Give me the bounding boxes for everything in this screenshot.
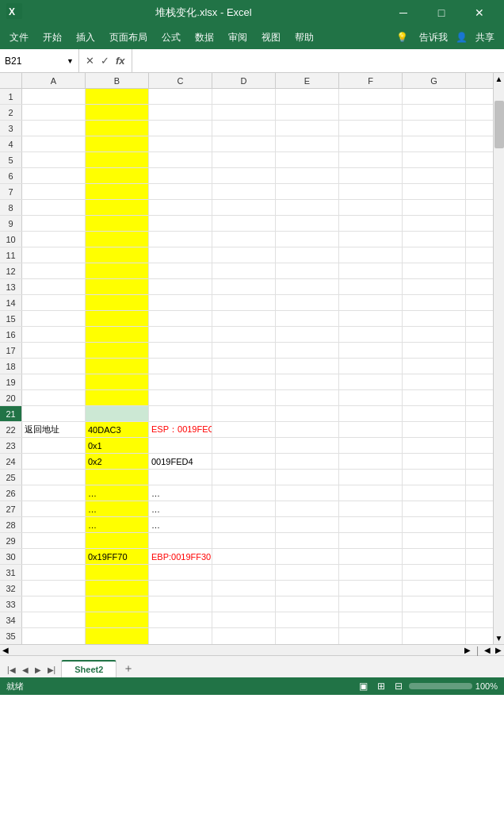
- cell-g6[interactable]: [403, 168, 466, 183]
- cell-e24[interactable]: [276, 454, 339, 469]
- cell-f25[interactable]: [339, 470, 403, 485]
- cell-e23[interactable]: [276, 438, 339, 453]
- cell-f29[interactable]: [339, 533, 403, 548]
- cell-b33[interactable]: [86, 596, 149, 612]
- row-number[interactable]: 5: [0, 152, 22, 167]
- cell-a28[interactable]: [22, 517, 86, 532]
- cell-g5[interactable]: [403, 152, 466, 167]
- cell-g34[interactable]: [403, 612, 466, 627]
- cell-c22[interactable]: ESP：0019FECC: [149, 422, 212, 437]
- formula-input[interactable]: [132, 56, 504, 67]
- cell-d22[interactable]: [212, 422, 276, 437]
- cell-c6[interactable]: [149, 168, 212, 183]
- cell-e15[interactable]: [276, 311, 339, 326]
- menu-home[interactable]: 开始: [36, 28, 68, 48]
- cell-b20[interactable]: [86, 390, 149, 405]
- row-number[interactable]: 34: [0, 612, 22, 627]
- cell-d20[interactable]: [212, 390, 276, 405]
- cell-e4[interactable]: [276, 136, 339, 152]
- cell-d11[interactable]: [212, 247, 276, 263]
- cell-f34[interactable]: [339, 612, 403, 627]
- page-right-button[interactable]: ▶: [493, 646, 504, 654]
- cell-a8[interactable]: [22, 200, 86, 215]
- cell-c2[interactable]: [149, 105, 212, 120]
- cell-b10[interactable]: [86, 232, 149, 247]
- row-number[interactable]: 28: [0, 517, 22, 532]
- cell-f21[interactable]: [339, 406, 403, 421]
- cell-b4[interactable]: [86, 136, 149, 152]
- cell-f1[interactable]: [339, 89, 403, 104]
- cell-f10[interactable]: [339, 232, 403, 247]
- row-number[interactable]: 2: [0, 105, 22, 120]
- cell-g25[interactable]: [403, 470, 466, 485]
- name-box[interactable]: B21 ▼: [0, 49, 79, 72]
- cell-e12[interactable]: [276, 263, 339, 278]
- cell-c30[interactable]: EBP:0019FF30: [149, 549, 212, 564]
- cell-a16[interactable]: [22, 327, 86, 342]
- cell-b23[interactable]: 0x1: [86, 438, 149, 453]
- cell-a3[interactable]: [22, 121, 86, 136]
- share-button[interactable]: 共享: [469, 28, 501, 48]
- cell-f33[interactable]: [339, 596, 403, 612]
- cell-a31[interactable]: [22, 565, 86, 580]
- cell-e34[interactable]: [276, 612, 339, 627]
- cell-d29[interactable]: [212, 533, 276, 548]
- cell-f31[interactable]: [339, 565, 403, 580]
- page-layout-view-button[interactable]: ⊞: [374, 679, 388, 693]
- cell-c19[interactable]: [149, 374, 212, 389]
- cell-e19[interactable]: [276, 374, 339, 389]
- row-number[interactable]: 13: [0, 279, 22, 294]
- row-number[interactable]: 35: [0, 628, 22, 644]
- cell-a24[interactable]: [22, 454, 86, 469]
- add-sheet-button[interactable]: ＋: [118, 660, 139, 677]
- cell-c17[interactable]: [149, 343, 212, 358]
- row-number[interactable]: 29: [0, 533, 22, 548]
- cell-b24[interactable]: 0x2: [86, 454, 149, 469]
- cell-f4[interactable]: [339, 136, 403, 152]
- cell-g9[interactable]: [403, 216, 466, 231]
- cell-b8[interactable]: [86, 200, 149, 215]
- cell-g33[interactable]: [403, 596, 466, 612]
- cell-d14[interactable]: [212, 295, 276, 310]
- cell-e13[interactable]: [276, 279, 339, 294]
- menu-data[interactable]: 数据: [189, 28, 220, 48]
- row-number[interactable]: 11: [0, 247, 22, 263]
- cell-d30[interactable]: [212, 549, 276, 564]
- normal-view-button[interactable]: ▣: [356, 679, 371, 693]
- cell-e1[interactable]: [276, 89, 339, 104]
- cell-d28[interactable]: [212, 517, 276, 532]
- row-number[interactable]: 14: [0, 295, 22, 310]
- col-header-c[interactable]: C: [149, 73, 212, 88]
- row-number[interactable]: 6: [0, 168, 22, 183]
- row-number[interactable]: 16: [0, 327, 22, 342]
- cell-g13[interactable]: [403, 279, 466, 294]
- cell-f15[interactable]: [339, 311, 403, 326]
- cell-b13[interactable]: [86, 279, 149, 294]
- cell-c16[interactable]: [149, 327, 212, 342]
- cell-d18[interactable]: [212, 359, 276, 374]
- cell-a9[interactable]: [22, 216, 86, 231]
- cell-b35[interactable]: [86, 628, 149, 644]
- cell-g35[interactable]: [403, 628, 466, 644]
- cell-c28[interactable]: …: [149, 517, 212, 532]
- cell-g31[interactable]: [403, 565, 466, 580]
- row-number[interactable]: 23: [0, 438, 22, 453]
- cell-e11[interactable]: [276, 247, 339, 263]
- cell-g29[interactable]: [403, 533, 466, 548]
- cell-b14[interactable]: [86, 295, 149, 310]
- cell-b32[interactable]: [86, 581, 149, 596]
- col-header-a[interactable]: A: [22, 73, 86, 88]
- cell-a20[interactable]: [22, 390, 86, 405]
- cell-e3[interactable]: [276, 121, 339, 136]
- cell-d25[interactable]: [212, 470, 276, 485]
- cell-a14[interactable]: [22, 295, 86, 310]
- cell-e22[interactable]: [276, 422, 339, 437]
- cell-e9[interactable]: [276, 216, 339, 231]
- cell-e8[interactable]: [276, 200, 339, 215]
- cell-g12[interactable]: [403, 263, 466, 278]
- cell-e27[interactable]: [276, 501, 339, 516]
- cell-d17[interactable]: [212, 343, 276, 358]
- menu-file[interactable]: 文件: [3, 28, 35, 48]
- cell-a35[interactable]: [22, 628, 86, 644]
- cell-f18[interactable]: [339, 359, 403, 374]
